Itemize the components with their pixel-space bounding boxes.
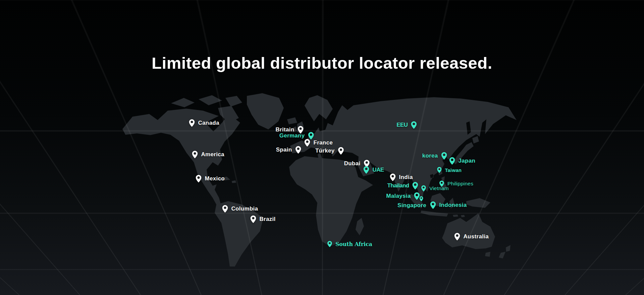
location-philippines[interactable]: Philippines — [439, 180, 473, 187]
location-france[interactable]: France — [304, 139, 333, 147]
location-label: America — [201, 151, 224, 158]
location-uae[interactable]: UAE — [363, 166, 384, 174]
location-eeu[interactable]: EEU — [396, 121, 417, 129]
map-pin-icon — [441, 152, 447, 160]
location-singapore-pin[interactable] — [419, 196, 424, 201]
map-pin-icon — [222, 205, 228, 213]
location-japan[interactable]: Japan — [449, 157, 476, 165]
location-columbia[interactable]: Columbia — [222, 205, 258, 213]
location-india[interactable]: India — [390, 173, 413, 181]
location-label: France — [314, 139, 333, 146]
location-label: South Africa — [335, 241, 372, 247]
map-pin-icon — [421, 185, 426, 192]
location-label: Canada — [198, 120, 219, 126]
location-australia[interactable]: Australia — [454, 233, 489, 241]
location-south-africa[interactable]: South Africa — [327, 241, 372, 247]
location-mexico[interactable]: Mexico — [196, 175, 225, 183]
map-pin-icon — [304, 139, 311, 147]
map-pin-icon — [439, 180, 444, 187]
location-markers-layer: Canada America MexicoBritain Germany Fra… — [0, 0, 644, 295]
map-pin-icon — [189, 119, 195, 127]
location-malaysia[interactable]: Malaysia — [386, 192, 420, 200]
location-thailand[interactable]: Thailand — [387, 182, 418, 190]
map-pin-icon — [363, 166, 370, 174]
map-pin-icon — [390, 173, 396, 181]
location-label: Philippines — [447, 181, 473, 187]
location-turkey[interactable]: Túrkey — [315, 147, 344, 155]
location-label: Germany — [279, 132, 305, 139]
location-label: Australia — [464, 233, 489, 240]
map-pin-icon — [295, 146, 302, 154]
map-pin-icon — [419, 196, 424, 201]
location-label: korea — [422, 153, 438, 159]
map-pin-icon — [449, 157, 455, 165]
location-label: Malaysia — [386, 193, 411, 199]
location-label: Túrkey — [315, 148, 335, 154]
location-label: Columbia — [231, 205, 258, 212]
location-label: UAE — [373, 167, 384, 173]
location-korea[interactable]: korea — [422, 152, 447, 160]
location-label: Mexico — [205, 175, 225, 182]
map-pin-icon — [411, 121, 417, 129]
map-pin-icon — [454, 233, 461, 241]
location-label: Spain — [276, 146, 292, 153]
location-america[interactable]: America — [192, 151, 224, 159]
location-canada[interactable]: Canada — [189, 119, 219, 127]
location-label: Indonesia — [439, 202, 467, 209]
map-pin-icon — [192, 151, 198, 159]
map-pin-icon — [338, 147, 344, 155]
location-label: Japan — [459, 158, 476, 164]
location-label: Brazil — [260, 216, 276, 223]
location-label: Dubai — [344, 160, 361, 167]
location-singapore-label[interactable]: Singapore — [397, 202, 426, 209]
map-pin-icon — [437, 167, 442, 173]
location-label: EEU — [396, 122, 408, 128]
map-pin-icon — [430, 201, 436, 209]
location-indonesia[interactable]: Indonesia — [430, 201, 467, 209]
map-pin-icon — [250, 215, 257, 223]
location-label: Thailand — [387, 182, 409, 189]
location-spain[interactable]: Spain — [276, 146, 302, 154]
location-brazil[interactable]: Brazil — [250, 215, 276, 223]
map-pin-icon — [327, 241, 332, 247]
location-label: India — [399, 174, 413, 181]
location-label: Taiwan — [445, 167, 462, 173]
location-taiwan[interactable]: Taiwan — [437, 167, 462, 173]
map-pin-icon — [196, 175, 202, 183]
hero-section: Limited global distributor locator relea… — [0, 0, 644, 295]
map-pin-icon — [412, 182, 419, 190]
